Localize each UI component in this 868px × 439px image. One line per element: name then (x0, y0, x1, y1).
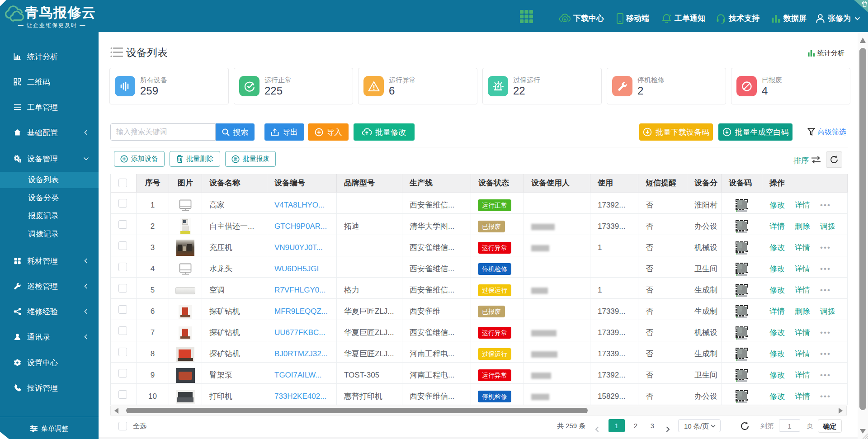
svg-text:废: 废 (233, 157, 237, 161)
